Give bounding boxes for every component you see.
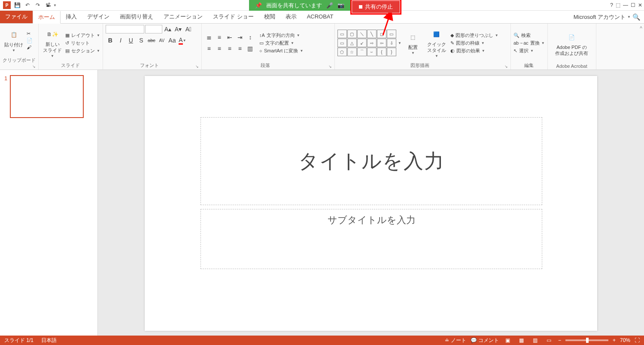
group-slides: 🗎✨ 新しい スライド ▼ ▦ レイアウト ▼ ↺ リセット ▤ セクション ▼… [39,24,103,70]
pdf-icon: 📄 [565,31,578,44]
close-icon[interactable]: ✕ [638,2,642,8]
mute-icon[interactable]: 🎤 [326,2,333,9]
tab-review[interactable]: 校閲 [259,11,280,23]
align-left-button[interactable]: ≡ [204,44,214,53]
tab-transitions[interactable]: 画面切り替え [115,11,158,23]
font-color-button[interactable]: A▼ [178,36,187,45]
section-button[interactable]: ▤ セクション ▼ [65,48,100,54]
copy-button[interactable]: 📄 [27,38,33,43]
reset-button[interactable]: ↺ リセット [65,40,100,46]
shrink-font-button[interactable]: A▾ [173,24,183,34]
zoom-level[interactable]: 70% [620,337,630,343]
minimize-icon[interactable]: — [623,2,628,8]
underline-button[interactable]: U [126,36,136,45]
start-from-beginning-icon[interactable]: 📽 [44,1,52,9]
slide: タイトルを入力 サブタイトルを入力 [145,76,597,331]
search-person-icon[interactable]: 🔍 [632,13,641,21]
text-align-button[interactable]: ▭ 文字の配置 ▼ [259,40,303,46]
find-button[interactable]: 🔍 検索 [513,32,545,39]
quick-styles-button[interactable]: 🟦 クイック スタイル▼ [425,27,449,58]
font-launcher-icon[interactable]: ↘ [195,64,199,69]
shape-fill-button[interactable]: ◆ 図形の塗りつぶし ▼ [450,32,498,39]
align-center-button[interactable]: ≡ [215,44,224,53]
normal-view-icon[interactable]: ▣ [503,336,513,344]
align-right-button[interactable]: ≡ [225,44,234,53]
grow-font-button[interactable]: A▴ [163,24,173,34]
stop-sharing-button[interactable]: 共有の停止 [352,1,400,13]
thumbnail-1[interactable]: 1 [4,75,93,118]
tab-acrobat[interactable]: ACROBAT [302,11,339,23]
title-placeholder[interactable]: タイトルを入力 [200,117,542,205]
zoom-out-button[interactable]: − [558,337,561,343]
pin-icon[interactable]: 📌 [255,2,262,9]
strike-button[interactable]: abc [147,36,156,45]
drawing-launcher-icon[interactable]: ↘ [504,64,508,69]
italic-button[interactable]: I [116,36,125,45]
slide-indicator[interactable]: スライド 1/1 [4,337,33,344]
decrease-indent-button[interactable]: ⇤ [225,33,234,42]
tab-insert[interactable]: 挿入 [61,11,82,23]
clear-format-button[interactable]: A⃠ [184,24,193,34]
tab-home[interactable]: ホーム [33,11,61,24]
zoom-slider[interactable] [565,339,608,341]
undo-icon[interactable]: ↶ [23,1,32,9]
language-indicator[interactable]: 日本語 [41,337,57,344]
maximize-icon[interactable]: ☐ [631,2,635,8]
notes-button[interactable]: ≐ ノート [445,337,466,344]
sorter-view-icon[interactable]: ▦ [517,336,526,344]
font-name-input[interactable] [106,25,144,33]
shadow-button[interactable]: S [137,36,146,45]
account-menu[interactable]: Microsoft アカウント ▼ 🔍 [574,11,644,23]
new-slide-button[interactable]: 🗎✨ 新しい スライド ▼ [41,27,64,58]
clipboard-launcher-icon[interactable]: ↘ [32,64,36,69]
create-pdf-button[interactable]: 📄 Adobe PDF の 作成および共有 [550,30,593,57]
numbering-button[interactable]: ≡ [215,33,224,42]
reading-view-icon[interactable]: ▥ [531,336,540,344]
help-icon[interactable]: ? [610,2,613,8]
increase-indent-button[interactable]: ⇥ [235,33,245,42]
tab-slideshow[interactable]: スライド ショー [208,11,259,23]
columns-button[interactable]: ▥ [246,44,255,53]
paste-button[interactable]: 📋 貼り付け ▼ [3,27,25,53]
thumbnail-preview [10,75,84,118]
editor-area: 1 タイトルを入力 サブタイトルを入力 [0,70,644,336]
change-case-button[interactable]: Aa [167,36,177,45]
shape-outline-button[interactable]: ✎ 図形の枠線 ▼ [450,40,498,46]
text-direction-button[interactable]: ↕A 文字列の方向 ▼ [259,32,303,39]
subtitle-placeholder[interactable]: サブタイトルを入力 [200,209,542,269]
save-icon[interactable]: 💾 [13,1,21,9]
paragraph-launcher-icon[interactable]: ↘ [328,64,332,69]
cut-button[interactable]: ✂ [27,31,33,36]
qat-customise-caret[interactable]: ▼ [53,3,57,7]
line-spacing-button[interactable]: ↕ [246,33,255,42]
shapes-more-icon[interactable]: ▼ [398,41,401,45]
shapes-gallery[interactable]: ▭▢＼╲◻▭ ▭△↙⇨⇦⇩ ⬠☆⌒⌣{} [337,30,396,56]
zoom-in-button[interactable]: + [613,337,616,343]
group-font: A▴ A▾ A⃠ B I U S abc AV Aa A▼ フォント↘ [103,24,202,70]
bullets-button[interactable]: ≣ [204,33,214,42]
char-spacing-button[interactable]: AV [157,36,167,45]
shape-effects-button[interactable]: ◐ 図形の効果 ▼ [450,48,498,54]
tab-view[interactable]: 表示 [280,11,302,23]
comments-button[interactable]: 💬 コメント [471,337,499,344]
collapse-ribbon-icon[interactable]: ^ [640,25,642,31]
camera-icon[interactable]: 📷 [337,2,344,9]
justify-button[interactable]: ≡ [235,44,245,53]
slideshow-view-icon[interactable]: ▭ [544,336,554,344]
format-painter-button[interactable]: 🖌 [27,45,33,50]
select-button[interactable]: ↖ 選択 ▼ [513,48,545,54]
group-editing: 🔍 検索 ab→ac 置換 ▼ ↖ 選択 ▼ 編集 [511,24,548,70]
bold-button[interactable]: B [106,36,115,45]
tab-file[interactable]: ファイル [0,11,33,23]
smartart-button[interactable]: ⟐ SmartArt に変換 ▼ [259,48,303,54]
ribbon-options-icon[interactable]: ⬚ [616,2,620,8]
fit-to-window-icon[interactable]: ⛶ [635,337,640,343]
tab-design[interactable]: デザイン [82,11,115,23]
slide-canvas-area[interactable]: タイトルを入力 サブタイトルを入力 [98,70,644,336]
arrange-button[interactable]: ⬚ 配置▼ [403,30,423,56]
redo-icon[interactable]: ↷ [33,1,42,9]
font-size-input[interactable] [145,25,162,33]
layout-button[interactable]: ▦ レイアウト ▼ [65,32,100,39]
tab-animations[interactable]: アニメーション [158,11,208,23]
replace-button[interactable]: ab→ac 置換 ▼ [513,40,545,46]
